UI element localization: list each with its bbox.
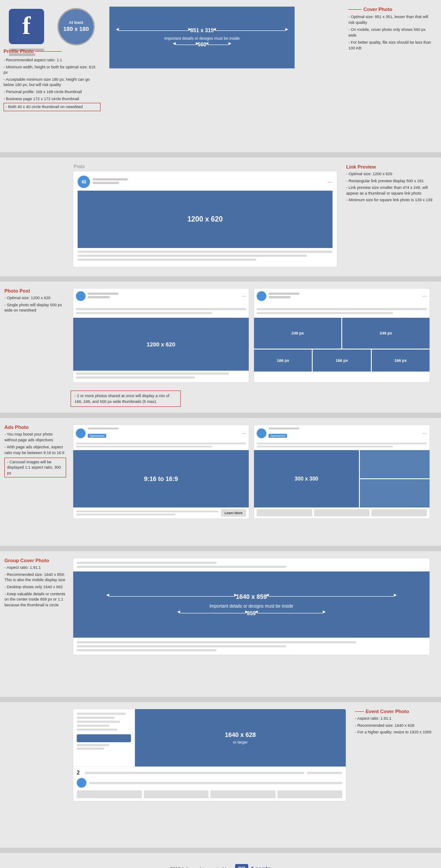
group-inner-dim: 859 bbox=[247, 610, 256, 616]
post-line-1 bbox=[78, 251, 333, 253]
grid-bottom-row: 166 px 166 px 166 px bbox=[254, 349, 430, 372]
mp-menu: ··· bbox=[422, 293, 427, 299]
event-side-1 bbox=[77, 713, 126, 715]
ad2-btn-3 bbox=[371, 509, 427, 516]
ads-note-0: - You may boost your photo without page … bbox=[4, 432, 66, 443]
cover-inner-dim-row: 560 bbox=[176, 41, 228, 48]
section-event-cover: 1640 x 628 or larger 2 bbox=[0, 704, 441, 845]
ad2-menu: ··· bbox=[422, 430, 427, 436]
profile-note-0: - Recommended aspect ratio: 1:1 bbox=[4, 57, 101, 63]
sp-avatar bbox=[76, 291, 86, 301]
event-comment-avatar bbox=[77, 778, 86, 788]
footer-logo: CS Agents bbox=[235, 864, 271, 868]
link-note-3: - Minimum size for square link photo is … bbox=[346, 197, 434, 203]
event-note-0: - Aspect ratio: 1.91:1 bbox=[355, 716, 434, 721]
cover-arrow-line-2 bbox=[216, 30, 285, 31]
grid-166-3: 166 px bbox=[372, 349, 430, 372]
mp-name-2 bbox=[269, 296, 291, 298]
ad1-menu: ··· bbox=[242, 430, 246, 436]
sp-text-1 bbox=[76, 308, 246, 310]
photo-post-notes: Photo Post - Optimal size: 1200 x 620 - … bbox=[4, 288, 64, 315]
mp-text-1 bbox=[257, 308, 427, 310]
sp-bottom-1 bbox=[76, 372, 229, 375]
sp-name-1 bbox=[88, 293, 119, 295]
cover-inner-info: Important details or designs must be ins… bbox=[164, 36, 239, 48]
profile-photo-label-area: Profile Photo bbox=[4, 49, 62, 54]
ad2-text-top bbox=[254, 441, 430, 450]
photo-post-title: Photo Post bbox=[4, 288, 64, 293]
profile-photo-title: Profile Photo bbox=[4, 49, 34, 54]
group-cover-blue: 1640 x 859 Important details or designs … bbox=[73, 571, 430, 638]
cover-note-0: - Optimal size: 851 x 351, lesser than t… bbox=[348, 14, 434, 25]
section-ads: Ads Photo - You may boost your photo wit… bbox=[0, 420, 441, 544]
ad2-main-image: 300 x 300 bbox=[254, 450, 359, 507]
post-menu-icon: ··· bbox=[327, 178, 333, 185]
profile-notes: - Recommended aspect ratio: 1:1 - Minimu… bbox=[4, 57, 105, 113]
group-header-lines bbox=[77, 562, 426, 568]
mp-text-2 bbox=[257, 312, 393, 314]
multi-photo-note-area: - 2 or more photos shared at once will d… bbox=[0, 387, 441, 410]
group-f-line-3 bbox=[77, 649, 217, 651]
event-note-1: - Recommended size: 1640 x 628 bbox=[355, 723, 434, 729]
group-h-line-2 bbox=[77, 566, 286, 568]
group-h-line-1 bbox=[77, 562, 217, 564]
post-image-dim: 1200 x 620 bbox=[78, 191, 333, 248]
event-cta-2 bbox=[144, 790, 209, 798]
sep-1 bbox=[0, 152, 441, 158]
sep-6 bbox=[0, 848, 441, 853]
section-photo-post: Photo Post - Optimal size: 1200 x 620 - … bbox=[0, 284, 441, 387]
ad1-bottom-lines bbox=[76, 511, 218, 515]
section-profile-cover: f At least 180 x 180 Profile Photo - Rec… bbox=[0, 0, 441, 150]
event-bottom-row-1: 2 bbox=[77, 770, 342, 776]
profile-note-1: - Minimum width, height or both for opti… bbox=[4, 64, 101, 75]
sp-text-bottom bbox=[73, 371, 249, 382]
sep-2 bbox=[0, 276, 441, 282]
ads-note-boxed: - Carousel images will be displayed 1:1 … bbox=[4, 458, 66, 478]
link-preview-title: Link Preview bbox=[346, 164, 434, 169]
footer-cs-label: CS bbox=[235, 864, 248, 868]
ad-card-1: Sponsored ··· 9:16 to 16:9 Learn Mo bbox=[73, 425, 249, 519]
ad1-header: Sponsored ··· bbox=[73, 425, 249, 441]
profile-circle-indicator: At least 180 x 180 bbox=[57, 8, 95, 45]
group-f-line-2 bbox=[77, 645, 286, 647]
footer-agents-label: Agents bbox=[250, 865, 271, 868]
ads-notes: Ads Photo - You may boost your photo wit… bbox=[4, 425, 66, 477]
sp-image: 1200 x 620 bbox=[73, 318, 249, 371]
cover-note-1: - On mobile, cover photo only shows 560 … bbox=[348, 27, 434, 38]
ad1-text-top bbox=[73, 441, 249, 450]
event-bot-line-1 bbox=[85, 772, 304, 774]
cover-dimensions: 851 x 315 bbox=[190, 27, 213, 34]
photo-post-note-0: - Optimal size: 1200 x 620 bbox=[4, 295, 64, 301]
group-dim-row: 1640 x 859 bbox=[109, 593, 394, 600]
event-cta-1 bbox=[77, 790, 142, 798]
group-note-2: - Desktop shows only 1640 x 662 bbox=[4, 584, 66, 590]
ads-note-1: - With page ads objective, aspect ratio … bbox=[4, 444, 66, 455]
group-note-3: - Keep valuable details or contents on t… bbox=[4, 591, 66, 608]
grid-249-1: 249 px bbox=[254, 318, 341, 349]
group-inner-label: Important details or designs must be ins… bbox=[209, 604, 293, 609]
page: f At least 180 x 180 Profile Photo - Rec… bbox=[0, 0, 441, 868]
event-cover-title: Event Cover Photo bbox=[366, 709, 409, 714]
sp-bottom-2 bbox=[76, 376, 195, 379]
profile-note-4: - Business page 172 x 172 circle thumbna… bbox=[4, 96, 101, 102]
ad1-text-2 bbox=[76, 446, 212, 447]
profile-note-2: - Acceptable minimum size 180 px; height… bbox=[4, 77, 101, 88]
ad1-text-1 bbox=[76, 443, 246, 444]
group-arrow-1 bbox=[109, 596, 234, 597]
sp-header: ··· bbox=[73, 289, 249, 304]
mp-name-1 bbox=[269, 293, 299, 295]
mp-text bbox=[254, 306, 430, 318]
learn-more-button-1[interactable]: Learn More bbox=[221, 509, 246, 517]
group-inner-arrow-2 bbox=[258, 613, 323, 613]
cover-blue-area: 851 x 315 Important details or designs m… bbox=[109, 7, 295, 68]
event-side-3 bbox=[77, 721, 120, 723]
ad2-text-1 bbox=[257, 443, 427, 444]
event-bottom-area: 2 bbox=[73, 767, 346, 801]
cover-notes-header: Cover Photo bbox=[348, 7, 434, 12]
cover-dim-row: 851 x 315 bbox=[119, 27, 285, 34]
ad2-side-1 bbox=[360, 450, 430, 478]
post-name-line-2 bbox=[93, 182, 119, 184]
cover-notes-area: Cover Photo - Optimal size: 851 x 351, l… bbox=[348, 7, 434, 53]
event-cover-mockup: 1640 x 628 or larger 2 bbox=[73, 709, 346, 801]
ad2-side-images bbox=[360, 450, 430, 507]
